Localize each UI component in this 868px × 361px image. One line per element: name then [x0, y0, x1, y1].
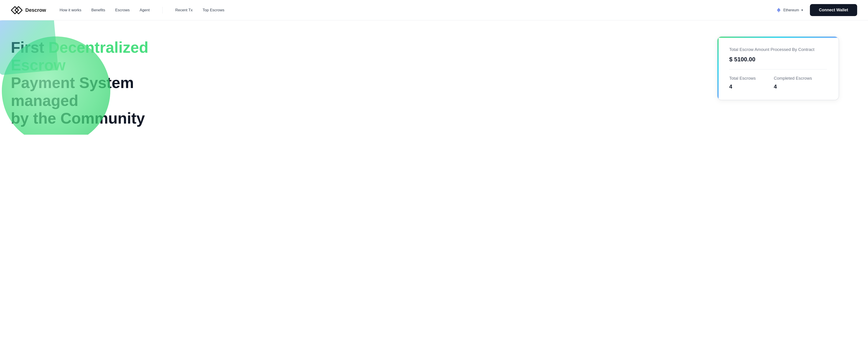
- completed-escrows-label: Completed Escrows: [774, 76, 812, 81]
- total-escrows-col: Total Escrows 4: [729, 76, 756, 90]
- chevron-down-icon: ▼: [801, 8, 804, 12]
- network-name: Ethereum: [783, 8, 799, 12]
- ethereum-icon: [776, 7, 781, 13]
- svg-marker-2: [777, 8, 779, 11]
- stat-row: Total Escrows 4 Completed Escrows 4: [729, 76, 827, 90]
- nav-escrows[interactable]: Escrows: [115, 8, 130, 12]
- hero-title-part2: Payment System managedby the Community: [11, 74, 145, 127]
- nav-how-it-works[interactable]: How it works: [60, 8, 81, 12]
- nav-right: Ethereum ▼ Connect Wallet: [776, 4, 857, 16]
- navbar: Descrow How it works Benefits Escrows Ag…: [0, 0, 868, 20]
- total-escrows-value: 4: [729, 84, 756, 90]
- stats-card: Total Escrow Amount Processed By Contrac…: [717, 36, 839, 100]
- hero-section: First Decentralized Escrow Payment Syste…: [0, 20, 868, 135]
- nav-links: How it works Benefits Escrows Agent Rece…: [60, 7, 776, 13]
- completed-escrows-col: Completed Escrows 4: [774, 76, 812, 90]
- hero-title-part1: First: [11, 39, 49, 56]
- nav-agent[interactable]: Agent: [140, 8, 150, 12]
- nav-recent-tx[interactable]: Recent Tx: [175, 8, 193, 12]
- connect-wallet-button[interactable]: Connect Wallet: [810, 4, 857, 16]
- hero-right: Total Escrow Amount Processed By Contrac…: [717, 34, 857, 100]
- hero-left: First Decentralized Escrow Payment Syste…: [11, 34, 717, 127]
- logo-icon: [11, 5, 23, 15]
- total-escrows-label: Total Escrows: [729, 76, 756, 81]
- nav-top-escrows[interactable]: Top Escrows: [203, 8, 224, 12]
- logo-text: Descrow: [25, 7, 46, 13]
- stats-divider: [729, 69, 827, 70]
- hero-title: First Decentralized Escrow Payment Syste…: [11, 38, 169, 127]
- nav-benefits[interactable]: Benefits: [91, 8, 105, 12]
- network-selector[interactable]: Ethereum ▼: [776, 7, 803, 13]
- total-amount-value: $ 5100.00: [729, 56, 827, 63]
- total-amount-label: Total Escrow Amount Processed By Contrac…: [729, 47, 827, 53]
- logo-link[interactable]: Descrow: [11, 5, 46, 15]
- completed-escrows-value: 4: [774, 84, 812, 90]
